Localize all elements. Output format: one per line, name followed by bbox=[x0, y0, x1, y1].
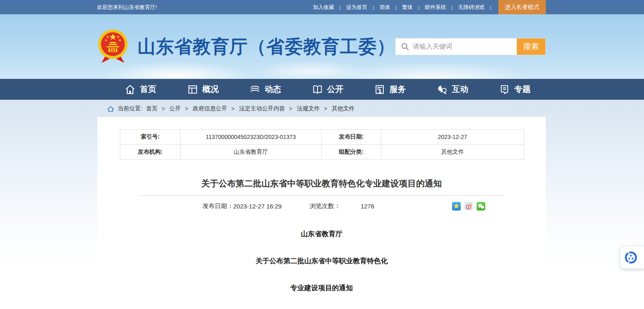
separator: | bbox=[451, 4, 453, 10]
index-number-label: 索引号: bbox=[120, 130, 180, 145]
content-area: 当前位置: 首页> 公开> 政府信息公开> 法定主动公开内容> 法规文件> 其他… bbox=[0, 100, 644, 309]
separator: | bbox=[490, 4, 491, 10]
separator: | bbox=[340, 4, 341, 10]
overview-icon bbox=[187, 84, 198, 95]
article-meta: 发布日期： 2023-12-27 16:29 浏览次数： 1276 bbox=[203, 202, 485, 210]
title-divider bbox=[139, 195, 504, 196]
category-value: 其他文件 bbox=[381, 145, 524, 160]
search-icon bbox=[401, 43, 409, 51]
nav-label: 概况 bbox=[203, 84, 219, 95]
open-book-icon bbox=[312, 84, 323, 95]
site-title: 山东省教育厅（省委教育工委） bbox=[137, 35, 395, 59]
article-card: 索引号: 11370000004502323D/2023-01373 发布日期:… bbox=[97, 117, 546, 309]
article-body: 山东省教育厅 关于公布第二批山东省中等职业教育特色化 专业建设项目的通知 鲁教职… bbox=[97, 229, 546, 309]
index-number-value: 11370000004502323D/2023-01373 bbox=[180, 130, 322, 145]
link-add-favorite[interactable]: 加入收藏 bbox=[313, 4, 334, 11]
gov-service-logo-icon bbox=[624, 251, 637, 264]
link-traditional[interactable]: 繁体 bbox=[402, 4, 413, 11]
table-row: 索引号: 11370000004502323D/2023-01373 发布日期:… bbox=[120, 130, 524, 145]
nav-label: 动态 bbox=[265, 84, 281, 95]
publish-date-meta-label: 发布日期： bbox=[203, 202, 233, 210]
breadcrumb-separator: > bbox=[185, 105, 188, 112]
article-title: 关于公布第二批山东省中等职业教育特色化专业建设项目的通知 bbox=[97, 178, 546, 189]
wechat-share-icon[interactable] bbox=[477, 202, 485, 210]
nav-label: 服务 bbox=[390, 84, 406, 95]
doc-info-table: 索引号: 11370000004502323D/2023-01373 发布日期:… bbox=[120, 129, 524, 160]
main-nav: 首页 概况 动态 公开 bbox=[0, 79, 644, 100]
views-label: 浏览次数： bbox=[309, 202, 340, 210]
breadcrumb-separator: > bbox=[231, 105, 234, 112]
nav-label: 专题 bbox=[514, 84, 531, 95]
share-buttons bbox=[452, 202, 485, 210]
top-bar: 欢迎您来到山东省教育厅! 加入收藏 | 设为首页 | 简体 | 繁体 | 邮件系… bbox=[0, 0, 644, 14]
national-emblem-logo bbox=[97, 29, 128, 65]
publish-date-value: 2023-12-27 bbox=[381, 130, 524, 145]
floating-side-widget[interactable] bbox=[620, 246, 644, 269]
nav-item-news[interactable]: 动态 bbox=[250, 84, 281, 95]
breadcrumb-separator: > bbox=[162, 105, 165, 112]
nav-item-overview[interactable]: 概况 bbox=[187, 84, 219, 95]
separator: | bbox=[395, 4, 396, 10]
body-line: 关于公布第二批山东省中等职业教育特色化 bbox=[97, 256, 546, 266]
breadcrumb-item-other-docs[interactable]: 其他文件 bbox=[332, 105, 355, 112]
link-mail-system[interactable]: 邮件系统 bbox=[425, 4, 446, 11]
category-label: 组配分类: bbox=[322, 145, 381, 160]
separator: | bbox=[418, 4, 419, 10]
breadcrumb-separator: > bbox=[289, 105, 292, 112]
breadcrumb-separator: > bbox=[324, 105, 327, 112]
elder-mode-button[interactable]: 进入长者模式 bbox=[498, 0, 546, 14]
nav-item-interaction[interactable]: 互动 bbox=[437, 84, 468, 95]
separator: | bbox=[373, 4, 374, 10]
news-stack-icon bbox=[250, 84, 260, 95]
table-row: 发布机构: 山东省教育厅 组配分类: 其他文件 bbox=[120, 145, 524, 160]
page: 欢迎您来到山东省教育厅! 加入收藏 | 设为首页 | 简体 | 繁体 | 邮件系… bbox=[0, 0, 644, 309]
body-line: 山东省教育厅 bbox=[97, 229, 546, 239]
breadcrumb-item-home[interactable]: 首页 bbox=[146, 105, 158, 112]
breadcrumb-prefix: 当前位置: bbox=[118, 105, 142, 112]
nav-label: 公开 bbox=[327, 84, 344, 95]
search-input[interactable] bbox=[413, 43, 517, 50]
weibo-share-icon[interactable] bbox=[464, 202, 473, 210]
breadcrumb-item-gov-info[interactable]: 政府信息公开 bbox=[193, 105, 227, 112]
breadcrumb-item-statutory[interactable]: 法定主动公开内容 bbox=[239, 105, 285, 112]
link-accessibility[interactable]: 无障碍浏览 bbox=[458, 4, 485, 11]
breadcrumb: 当前位置: 首页> 公开> 政府信息公开> 法定主动公开内容> 法规文件> 其他… bbox=[0, 100, 644, 117]
search-button[interactable]: 搜索 bbox=[517, 38, 545, 55]
link-set-homepage[interactable]: 设为首页 bbox=[346, 4, 367, 11]
qzone-share-icon[interactable] bbox=[452, 202, 461, 210]
issuing-agency-value: 山东省教育厅 bbox=[180, 145, 322, 160]
search-input-wrap bbox=[396, 38, 517, 55]
search-box: 搜索 bbox=[395, 38, 546, 55]
body-line: 专业建设项目的通知 bbox=[97, 283, 546, 293]
nav-label: 互动 bbox=[452, 84, 468, 95]
breadcrumb-item-regulations[interactable]: 法规文件 bbox=[297, 105, 320, 112]
breadcrumb-item-disclosure[interactable]: 公开 bbox=[169, 105, 181, 112]
main-nav-inner: 首页 概况 动态 公开 bbox=[98, 79, 546, 100]
nav-label: 首页 bbox=[140, 84, 156, 95]
topics-doc-icon bbox=[499, 84, 510, 95]
nav-item-topics[interactable]: 专题 bbox=[499, 84, 531, 95]
welcome-text: 欢迎您来到山东省教育厅! bbox=[97, 4, 157, 11]
views-count: 1276 bbox=[360, 203, 374, 210]
site-brand: 山东省教育厅（省委教育工委） bbox=[97, 29, 395, 65]
nav-item-home[interactable]: 首页 bbox=[125, 84, 156, 95]
nav-item-services[interactable]: 服务 bbox=[374, 84, 406, 95]
issuing-agency-label: 发布机构: bbox=[120, 145, 180, 160]
link-simplified[interactable]: 简体 bbox=[379, 4, 390, 11]
publish-date-label: 发布日期: bbox=[322, 130, 381, 145]
nav-item-disclosure[interactable]: 公开 bbox=[312, 84, 344, 95]
top-bar-links: 加入收藏 | 设为首页 | 简体 | 繁体 | 邮件系统 | 无障碍浏览 | 进… bbox=[313, 0, 546, 14]
chat-bubbles-icon bbox=[437, 84, 448, 95]
home-outline-icon bbox=[107, 106, 114, 112]
publish-date-meta-value: 2023-12-27 16:29 bbox=[233, 203, 281, 210]
home-icon bbox=[125, 84, 135, 95]
site-header: 山东省教育厅（省委教育工委） 搜索 bbox=[0, 14, 644, 79]
service-icon bbox=[374, 84, 385, 95]
